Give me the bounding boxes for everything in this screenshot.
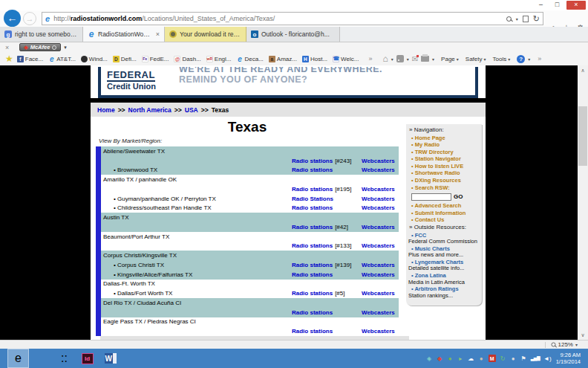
update-icon[interactable]: ● xyxy=(478,355,485,362)
page-menu[interactable]: Page▾ xyxy=(441,56,459,62)
sidebar-go-button[interactable]: GO xyxy=(454,193,463,200)
sidebar-search-input[interactable] xyxy=(411,193,451,201)
vertical-scrollbar[interactable]: ∧ ∨ xyxy=(578,65,588,340)
taskbar-word-button[interactable]: W xyxy=(99,349,121,368)
favorite-item[interactable]: FxFedE... xyxy=(142,56,169,62)
toolbar-close-icon[interactable]: × xyxy=(5,44,9,51)
window-close-button[interactable]: × xyxy=(566,1,586,10)
sidebar-link[interactable]: • How to listen LIVE xyxy=(408,163,480,170)
sidebar-link[interactable]: • My Radio xyxy=(408,141,480,149)
sidebar-link[interactable]: • Advanced Search xyxy=(408,202,480,210)
webcasters-link[interactable]: Webcasters xyxy=(362,167,395,173)
radio-stations-link[interactable]: Radio stations xyxy=(292,224,333,230)
network-signal-icon[interactable]: ▃▅▇ xyxy=(531,355,540,362)
sidebar-external-link[interactable]: • Lyngemark Charts xyxy=(408,259,480,265)
sidebar-link[interactable]: • Search RSW: xyxy=(408,184,480,192)
radio-stations-link[interactable]: Radio stations xyxy=(292,271,333,278)
taskbar-internet-explorer-button[interactable]: e xyxy=(7,349,29,368)
radio-stations-link[interactable]: Radio stations xyxy=(292,242,333,249)
volume-icon[interactable]: ◄) xyxy=(543,355,552,362)
webcasters-link[interactable]: Webcasters xyxy=(362,328,395,335)
search-dropdown-icon[interactable]: ▾ xyxy=(516,16,518,22)
radio-stations-link[interactable]: Radio stations xyxy=(292,167,333,173)
favorite-item[interactable]: Wind... xyxy=(81,56,108,62)
sidebar-link[interactable]: • DXing Resources xyxy=(408,177,480,184)
sidebar-link[interactable]: • Home Page xyxy=(408,135,480,142)
breadcrumb-usa-link[interactable]: USA xyxy=(185,106,198,114)
radio-stations-link[interactable]: Radio stations xyxy=(292,309,333,316)
favorite-item[interactable]: @Dash... xyxy=(174,56,200,62)
favorite-item[interactable]: eDeca... xyxy=(237,56,264,62)
favorites-bar-star-icon[interactable]: ★ xyxy=(5,54,13,64)
sidebar-link[interactable]: • Submit Information xyxy=(408,210,480,217)
help-icon[interactable]: ? xyxy=(517,55,525,63)
mcafee-m-icon[interactable]: M xyxy=(489,355,496,362)
window-maximize-button[interactable]: □ xyxy=(550,1,564,10)
ad-banner[interactable]: FEDERAL Credit Union WE'RE AT THE READY … xyxy=(98,67,478,98)
mcafee-badge[interactable]: ◆ McAfee xyxy=(19,43,61,51)
green-app-2-icon[interactable]: ▸ xyxy=(457,355,464,362)
tab-download[interactable]: Your download it ready xyxy=(165,27,246,42)
feeds-dropdown-icon[interactable]: ▾ xyxy=(407,57,409,62)
breadcrumb-home-link[interactable]: Home xyxy=(97,106,115,114)
webcasters-link[interactable]: Webcasters xyxy=(362,262,395,268)
refresh-icon[interactable]: ↻ xyxy=(533,15,540,23)
mcafee-shield-icon[interactable]: ◆ xyxy=(437,355,443,362)
radio-stations-link[interactable]: Radio Stations xyxy=(292,196,333,202)
radio-stations-link[interactable]: Radio stations xyxy=(292,328,333,335)
scroll-up-icon[interactable]: ∧ xyxy=(578,65,588,75)
safety-menu[interactable]: Safety▾ xyxy=(466,56,486,62)
mcafee-dropdown-icon[interactable]: ▾ xyxy=(64,45,67,51)
sidebar-link[interactable]: • Station Navigator xyxy=(408,155,480,163)
read-mail-icon[interactable]: ✉ xyxy=(412,55,418,63)
green-app-1-icon[interactable]: ● xyxy=(447,355,454,362)
radio-stations-link[interactable]: Radio stations xyxy=(292,204,333,211)
sidebar-external-link[interactable]: • Arbitron Ratings xyxy=(408,285,480,292)
scroll-down-icon[interactable]: ∨ xyxy=(578,330,588,340)
command-home-dropdown-icon[interactable]: ▾ xyxy=(391,57,393,62)
sidebar-link[interactable]: • TRW Directory xyxy=(408,149,480,156)
webcasters-link[interactable]: Webcasters xyxy=(362,186,395,193)
webcasters-link[interactable]: Webcasters xyxy=(362,224,395,230)
help-dropdown-icon[interactable]: ▾ xyxy=(528,57,530,62)
tab-ie[interactable]: eRadioStationWorld ...× xyxy=(83,27,165,42)
favorites-overflow-chevron-icon[interactable]: » xyxy=(368,55,372,62)
webcasters-link[interactable]: Webcasters xyxy=(362,242,395,249)
favorite-item[interactable]: ☎Welc... xyxy=(333,56,359,62)
address-bar[interactable]: e http://radiostationworld.com/Locations… xyxy=(42,12,543,25)
sidebar-external-link[interactable]: • Zona Latina xyxy=(408,272,480,279)
sidebar-external-link[interactable]: • FCC xyxy=(408,232,480,239)
command-home-icon[interactable]: ⌂ xyxy=(382,54,388,64)
scrollbar-thumb[interactable] xyxy=(578,106,587,166)
print-icon[interactable] xyxy=(421,56,429,62)
tab-outlook[interactable]: oOutlook - floricanto@h... xyxy=(246,27,340,42)
zoom-dropdown-icon[interactable]: ▾ xyxy=(575,342,578,347)
webcasters-link[interactable]: Webcasters xyxy=(362,309,395,316)
favorite-item[interactable]: HHost... xyxy=(302,56,327,62)
sync-icon[interactable]: ↻ xyxy=(500,355,506,362)
device-icon[interactable]: ● xyxy=(510,355,517,362)
onedrive-icon[interactable]: ☁ xyxy=(468,355,474,362)
tab-close-icon[interactable]: × xyxy=(156,30,160,38)
compatibility-view-icon[interactable] xyxy=(523,16,529,22)
webcasters-link[interactable]: Webcasters xyxy=(362,271,395,278)
sidebar-link[interactable]: • Contact Us xyxy=(408,216,480,224)
connectivity-icon[interactable]: ◈ xyxy=(426,355,433,362)
print-dropdown-icon[interactable]: ▾ xyxy=(432,57,434,62)
breadcrumb-north-america-link[interactable]: North America xyxy=(128,106,172,114)
radio-stations-link[interactable]: Radio stations xyxy=(292,290,333,297)
tab-google[interactable]: gright to use somebody'... xyxy=(0,27,83,42)
taskbar-green-app-button[interactable]: :: xyxy=(53,349,75,368)
back-button[interactable]: ← xyxy=(4,10,21,27)
webcasters-link[interactable]: Webcasters xyxy=(362,158,395,164)
window-minimize-button[interactable]: – xyxy=(534,1,548,10)
radio-stations-link[interactable]: Radio stations xyxy=(292,262,333,268)
zoom-control[interactable]: 125% ▾ xyxy=(545,341,578,348)
webcasters-link[interactable]: Webcasters xyxy=(362,290,395,297)
command-overflow-chevron-icon[interactable]: » xyxy=(538,55,541,62)
forward-button[interactable]: → xyxy=(23,12,36,25)
favorite-item[interactable]: wREngl... xyxy=(206,56,232,62)
radio-stations-link[interactable]: Radio stations xyxy=(292,186,333,193)
feeds-icon[interactable] xyxy=(396,55,404,62)
favorite-item[interactable]: fFace... xyxy=(17,56,43,62)
